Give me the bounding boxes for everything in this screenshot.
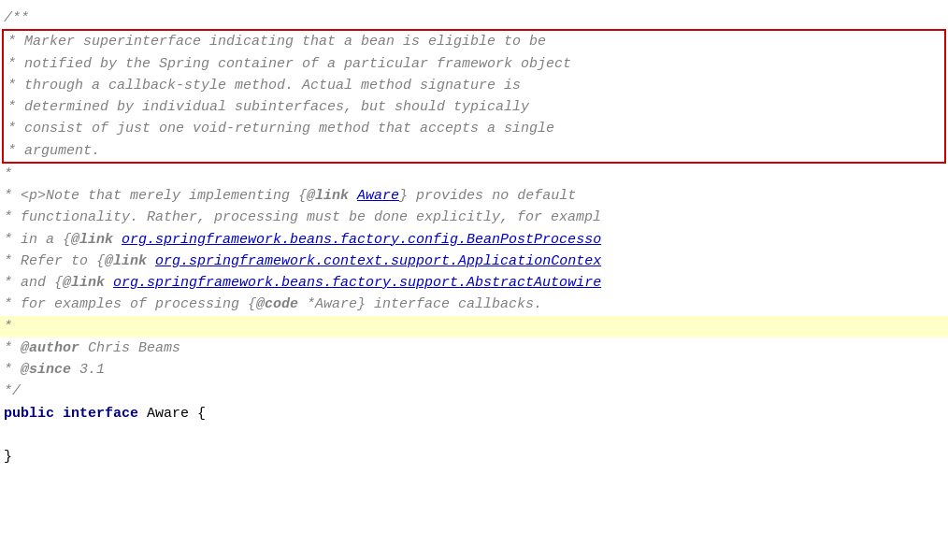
line-11-space <box>113 229 122 251</box>
line-17: * @since 3.1 <box>0 359 948 381</box>
line-14-suffix: *Aware} interface callbacks. <box>298 294 542 315</box>
closing-brace: } <box>4 446 12 467</box>
line-14-prefix: * for examples of processing { <box>4 294 256 315</box>
line-9-prefix: * <p>Note that merely implementing { <box>4 185 307 207</box>
line-8-text: * <box>4 164 12 185</box>
bean-post-processor-link[interactable]: org.springframework.beans.factory.config… <box>122 229 601 251</box>
line-2-text: * Marker superinterface indicating that … <box>7 31 546 52</box>
at-since: @since <box>21 359 71 381</box>
aware-link[interactable]: Aware <box>357 185 399 207</box>
keyword-interface: interface <box>63 403 138 424</box>
line-17-star: * <box>4 359 21 381</box>
line-11-prefix: * in a { <box>4 229 71 251</box>
line-3: * notified by the Spring container of a … <box>4 53 944 75</box>
line-3-text: * notified by the Spring container of a … <box>7 53 571 75</box>
line-9-space <box>349 185 357 207</box>
line-10: * functionality. Rather, processing must… <box>0 207 948 228</box>
line-10-text: * functionality. Rather, processing must… <box>4 207 601 228</box>
line-9: * <p>Note that merely implementing {@lin… <box>0 185 948 207</box>
line-12-space <box>147 251 155 272</box>
line-7: * argument. <box>4 140 944 162</box>
line-14: * for examples of processing {@code *Awa… <box>0 294 948 315</box>
at-author: @author <box>21 337 79 359</box>
line-2: * Marker superinterface indicating that … <box>4 31 944 52</box>
line-15-text: * <box>4 316 12 337</box>
line-16: * @author Chris Beams <box>0 337 948 359</box>
line-6: * consist of just one void-returning met… <box>4 118 944 139</box>
line-16-value: Chris Beams <box>79 337 180 359</box>
line-17-value: 3.1 <box>71 359 105 381</box>
line-12-prefix: * Refer to { <box>4 251 105 272</box>
comment-open-token: /** <box>4 7 29 29</box>
app-context-link[interactable]: org.springframework.context.support.Appl… <box>155 251 601 272</box>
line-5: * determined by individual subinterfaces… <box>4 96 944 118</box>
comment-close-token: */ <box>4 381 21 402</box>
line-13: * and {@link org.springframework.beans.f… <box>0 272 948 294</box>
at-link-4: @link <box>63 272 105 294</box>
line-7-text: * argument. <box>7 140 100 162</box>
at-link-3: @link <box>105 251 147 272</box>
line-19: public interface Aware { <box>0 403 948 424</box>
line-20 <box>0 424 948 446</box>
space-1 <box>54 403 63 424</box>
line-comment-open: /** <box>0 7 948 29</box>
line-9-suffix: } provides no default <box>399 185 576 207</box>
line-18: */ <box>0 381 948 402</box>
line-12: * Refer to {@link org.springframework.co… <box>0 251 948 272</box>
line-13-prefix: * and { <box>4 272 63 294</box>
at-link-1: @link <box>307 185 349 207</box>
line-5-text: * determined by individual subinterfaces… <box>7 96 529 118</box>
line-21: } <box>0 446 948 467</box>
line-6-text: * consist of just one void-returning met… <box>7 118 554 139</box>
line-4-text: * through a callback-style method. Actua… <box>7 75 521 96</box>
line-16-star: * <box>4 337 21 359</box>
line-4: * through a callback-style method. Actua… <box>4 75 944 96</box>
code-viewer: /** * Marker superinterface indicating t… <box>0 0 948 560</box>
at-link-2: @link <box>71 229 113 251</box>
selected-javadoc-block: * Marker superinterface indicating that … <box>2 29 946 164</box>
line-11: * in a {@link org.springframework.beans.… <box>0 229 948 251</box>
abstract-autowire-link[interactable]: org.springframework.beans.factory.suppor… <box>113 272 601 294</box>
line-13-space <box>105 272 113 294</box>
line-8: * <box>0 164 948 185</box>
blank-line <box>4 424 12 446</box>
keyword-public: public <box>4 403 54 424</box>
at-code-1: @code <box>256 294 298 315</box>
class-name-aware: Aware { <box>138 403 206 424</box>
line-15: * <box>0 316 948 337</box>
